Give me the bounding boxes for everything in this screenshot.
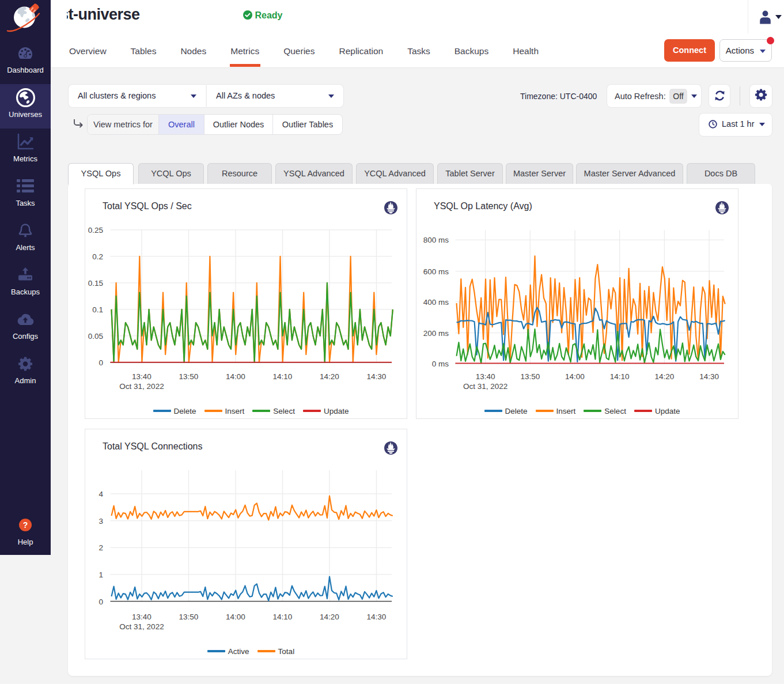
svg-text:13:40: 13:40 — [476, 372, 495, 381]
svg-text:14:20: 14:20 — [320, 613, 339, 621]
svg-text:13:50: 13:50 — [520, 372, 540, 381]
svg-text:13:40: 13:40 — [132, 613, 152, 621]
svg-text:14:20: 14:20 — [655, 372, 675, 381]
svg-text:14:00: 14:00 — [226, 372, 245, 381]
svg-text:14:00: 14:00 — [565, 372, 585, 381]
svg-text:13:40: 13:40 — [132, 372, 152, 381]
svg-text:14:10: 14:10 — [273, 613, 293, 621]
svg-text:13:50: 13:50 — [179, 613, 199, 621]
svg-text:14:10: 14:10 — [610, 372, 630, 381]
svg-text:2: 2 — [99, 543, 103, 552]
svg-text:14:00: 14:00 — [226, 613, 245, 621]
svg-text:0.2: 0.2 — [92, 252, 103, 261]
svg-text:0: 0 — [99, 358, 103, 367]
svg-text:14:20: 14:20 — [320, 372, 339, 381]
svg-text:3: 3 — [99, 517, 103, 526]
svg-text:0.15: 0.15 — [88, 279, 103, 288]
svg-text:800 ms: 800 ms — [423, 236, 449, 244]
svg-text:14:30: 14:30 — [367, 372, 387, 381]
svg-text:400 ms: 400 ms — [423, 298, 449, 307]
svg-text:4: 4 — [99, 490, 103, 498]
svg-text:600 ms: 600 ms — [423, 267, 449, 276]
svg-text:14:30: 14:30 — [367, 613, 387, 621]
svg-text:0 ms: 0 ms — [432, 360, 449, 368]
svg-text:200 ms: 200 ms — [423, 329, 449, 338]
svg-text:14:10: 14:10 — [273, 372, 293, 381]
svg-text:Oct 31, 2022: Oct 31, 2022 — [119, 622, 164, 631]
svg-text:0: 0 — [99, 598, 103, 606]
svg-text:Oct 31, 2022: Oct 31, 2022 — [463, 382, 507, 391]
svg-text:Oct 31, 2022: Oct 31, 2022 — [119, 382, 164, 391]
svg-text:0.05: 0.05 — [88, 332, 103, 341]
svg-text:?: ? — [23, 520, 28, 530]
svg-text:1: 1 — [99, 570, 103, 579]
svg-text:13:50: 13:50 — [179, 372, 199, 381]
svg-text:0.1: 0.1 — [92, 305, 103, 314]
svg-text:0.25: 0.25 — [88, 226, 103, 235]
svg-text:14:30: 14:30 — [699, 372, 719, 381]
